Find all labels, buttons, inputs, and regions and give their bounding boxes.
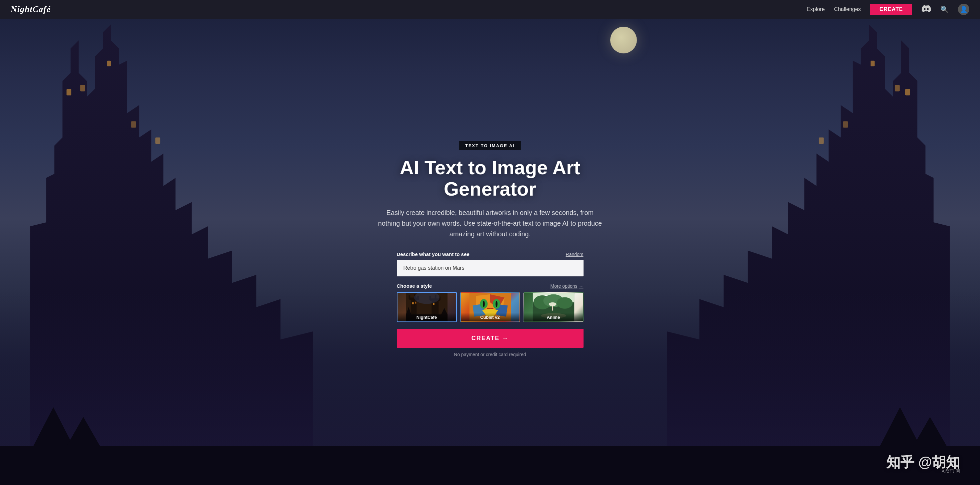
svg-point-43: [495, 301, 498, 307]
style-nightcafe-label: NightCafe: [398, 313, 456, 321]
svg-rect-10: [843, 121, 848, 128]
svg-rect-3: [107, 61, 111, 66]
hero-content: TEXT TO IMAGE AI AI Text to Image Art Ge…: [360, 141, 620, 357]
creation-form: Describe what you want to see Random Cho…: [397, 251, 584, 357]
ground-silhouette: [0, 388, 980, 485]
hero-subtitle: Easily create incredible, beautiful artw…: [377, 207, 603, 239]
arrow-icon: →: [579, 283, 584, 289]
moon-decoration: [610, 27, 637, 53]
svg-rect-5: [155, 137, 161, 144]
style-cubist-label: Cubist v2: [461, 313, 520, 321]
create-button[interactable]: CREATE →: [397, 329, 584, 348]
svg-point-53: [557, 297, 573, 309]
svg-rect-8: [895, 85, 900, 91]
navbar: NightCafé Explore Challenges CREATE 🔍 👤: [0, 0, 980, 19]
svg-point-42: [483, 301, 485, 307]
svg-marker-16: [913, 417, 947, 446]
svg-rect-11: [819, 137, 824, 144]
avatar-icon: 👤: [960, 6, 967, 13]
challenges-link[interactable]: Challenges: [834, 6, 861, 12]
svg-rect-20: [409, 295, 410, 299]
nav-right: Explore Challenges CREATE 🔍 👤: [807, 4, 969, 15]
hero-section: TEXT TO IMAGE AI AI Text to Image Art Ge…: [0, 0, 980, 485]
style-label-row: Choose a style More options →: [397, 283, 584, 289]
hero-title: AI Text to Image Art Generator: [360, 157, 620, 199]
svg-rect-29: [415, 302, 416, 304]
style-anime[interactable]: Anime: [523, 292, 584, 322]
svg-rect-2: [80, 85, 85, 91]
svg-rect-12: [0, 446, 980, 485]
create-button-label: CREATE →: [471, 335, 509, 342]
search-icon[interactable]: 🔍: [940, 5, 949, 13]
style-label: Choose a style: [397, 283, 432, 289]
user-avatar[interactable]: 👤: [958, 4, 969, 15]
more-options-link[interactable]: More options →: [550, 283, 584, 289]
no-payment-text: No payment or credit card required: [397, 352, 584, 357]
watermark-sub: AI资讯.网: [942, 468, 960, 474]
svg-marker-15: [880, 408, 920, 446]
svg-rect-30: [433, 303, 434, 305]
svg-rect-1: [67, 89, 72, 95]
random-link[interactable]: Random: [566, 252, 584, 257]
svg-rect-9: [871, 61, 875, 66]
svg-marker-13: [33, 408, 73, 446]
watermark: 知乎 @胡知 AI资讯.网: [886, 453, 960, 472]
svg-rect-28: [412, 302, 414, 305]
explore-link[interactable]: Explore: [807, 6, 825, 12]
style-anime-label: Anime: [524, 313, 583, 321]
svg-rect-4: [131, 121, 136, 128]
svg-point-55: [549, 302, 556, 306]
badge: TEXT TO IMAGE AI: [459, 141, 521, 150]
discord-icon[interactable]: [922, 5, 931, 14]
prompt-label-row: Describe what you want to see Random: [397, 251, 584, 257]
style-nightcafe[interactable]: NightCafe: [397, 292, 457, 322]
svg-rect-7: [905, 89, 910, 95]
prompt-input[interactable]: [397, 260, 584, 276]
nav-create-button[interactable]: CREATE: [870, 4, 912, 15]
style-options: NightCafe: [397, 292, 584, 322]
style-cubist[interactable]: Cubist v2: [460, 292, 520, 322]
logo[interactable]: NightCafé: [11, 4, 51, 14]
svg-marker-14: [67, 417, 100, 446]
prompt-label: Describe what you want to see: [397, 251, 469, 257]
